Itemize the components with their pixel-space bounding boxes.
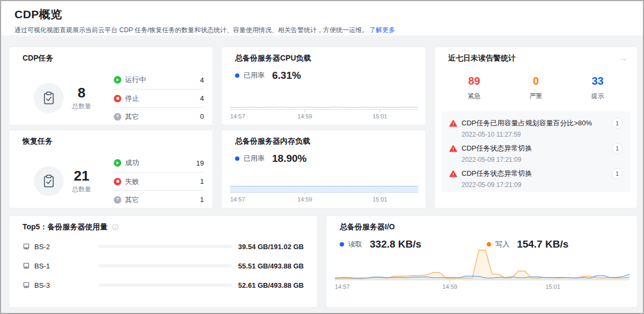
status-row-other: ? 其它 1	[114, 190, 204, 208]
svg-text:14:57: 14:57	[230, 196, 245, 203]
svg-text:14:57: 14:57	[335, 283, 350, 290]
status-row-other: ? 其它 0	[114, 107, 204, 125]
recovery-status-list: 成功 19 失败 1 ? 其它 1	[114, 154, 204, 208]
memory-card-title: 总备份服务器内存负载	[230, 137, 417, 146]
page-header: CDP概览 通过可视化视图直观展示当前云平台 CDP 任务/恢复任务的数量和状态…	[1, 1, 643, 35]
alert-item[interactable]: CDP任务状态异常切换 1 2022-05-09 17:21:09	[449, 143, 623, 163]
svg-text:14:59: 14:59	[297, 113, 312, 119]
dashboard-content: CDP任务 8 总数量 运行中 4	[1, 35, 644, 314]
learn-more-link[interactable]: 了解更多	[369, 26, 395, 34]
cdp-total-label: 总数量	[72, 102, 91, 111]
arrow-right-icon[interactable]: →	[619, 54, 628, 63]
recovery-total-value: 21	[72, 168, 91, 184]
warning-triangle-icon	[449, 170, 457, 178]
top5-card-title: Top5：备份服务器使用量	[18, 222, 107, 232]
alert-timestamp: 2022-05-09 17:21:09	[462, 156, 623, 163]
recovery-tasks-title: 恢复任务	[18, 137, 204, 146]
usage-progress-bar	[99, 283, 232, 287]
success-status-icon	[114, 159, 121, 167]
server-usage-row: BS-3 52.61 GB/493.88 GB	[18, 280, 309, 290]
memory-load-card: 总备份服务器内存负载 已用率 18.90% 14:5714:5915:01	[221, 130, 426, 208]
cpu-load-chart: 14:5714:5915:01	[230, 76, 418, 122]
cdp-tasks-body: 8 总数量 运行中 4 停止 4 ?	[18, 71, 204, 125]
other-status-icon: ?	[114, 113, 121, 121]
status-row-stopped: 停止 4	[114, 89, 204, 107]
io-chart: 14:5714:5915:01	[335, 246, 630, 292]
svg-text:14:59: 14:59	[297, 196, 312, 203]
recovery-tasks-card: 恢复任务 21 总数量 成功 19	[9, 130, 213, 208]
usage-progress-bar	[99, 245, 232, 248]
cpu-load-card: 总备份服务器CPU负载 已用率 6.31% 14:5714:5915:01	[221, 47, 426, 125]
other-status-icon: ?	[114, 196, 121, 204]
clipboard-icon	[34, 166, 64, 196]
alarm-card-title: 近七日未读告警统计	[443, 54, 516, 63]
alarm-stats-card: 近七日未读告警统计 → 89 紧急 0 严重 33 提示	[434, 47, 638, 208]
svg-text:15:01: 15:01	[545, 283, 560, 290]
write-legend-dot	[487, 242, 491, 246]
status-row-success: 成功 19	[114, 154, 204, 172]
read-legend-dot	[340, 242, 344, 246]
io-card: 总备份服务器I/O 读取 332.8 KB/s 写入 154.7 KB/s 14…	[326, 215, 638, 308]
alert-count-badge: 1	[612, 168, 623, 179]
cpu-card-title: 总备份服务器CPU负载	[230, 54, 417, 63]
alert-count-badge: 1	[612, 143, 623, 154]
server-icon	[23, 243, 30, 250]
alert-count-badge: 1	[612, 118, 623, 129]
cdp-tasks-card: CDP任务 8 总数量 运行中 4	[9, 47, 213, 125]
server-icon	[23, 281, 30, 289]
alert-item[interactable]: CDP任务状态异常切换 1 2022-05-09 17:21:09	[449, 168, 623, 189]
page-subtitle: 通过可视化视图直观展示当前云平台 CDP 任务/恢复任务的数量和状态统计、容量使…	[14, 26, 630, 35]
cdp-tasks-title: CDP任务	[18, 54, 204, 63]
alarm-stats-row: 89 紧急 0 严重 33 提示	[443, 75, 628, 101]
server-usage-row: BS-1 55.51 GB/493.88 GB	[18, 261, 309, 271]
clipboard-icon	[34, 83, 64, 113]
top5-usage-card: Top5：备份服务器使用量 BS-2 39.54 GB/191.02 GB BS…	[9, 215, 318, 308]
alert-timestamp: 2022-05-09 17:21:09	[462, 181, 623, 189]
page-subtitle-text: 通过可视化视图直观展示当前云平台 CDP 任务/恢复任务的数量和状态统计、容量使…	[14, 26, 368, 34]
io-card-title: 总备份服务器I/O	[335, 222, 628, 232]
alarm-stat-info: 33 提示	[567, 75, 628, 101]
running-status-icon	[114, 76, 121, 84]
status-row-failed: 失败 1	[114, 172, 204, 190]
dashboard-screen: CDP概览 通过可视化视图直观展示当前云平台 CDP 任务/恢复任务的数量和状态…	[0, 0, 644, 314]
failed-status-icon	[114, 178, 121, 185]
recovery-total-label: 总数量	[72, 185, 91, 194]
status-row-running: 运行中 4	[114, 71, 204, 89]
stopped-status-icon	[114, 95, 121, 102]
alert-item[interactable]: CDP任务已用容量占规划容量百分比>80% 1 2022-05-10 11:27…	[449, 118, 623, 138]
server-icon	[23, 262, 30, 270]
warning-triangle-icon	[449, 119, 457, 128]
svg-text:14:59: 14:59	[442, 283, 457, 290]
info-icon[interactable]	[112, 223, 119, 231]
alarm-stat-critical: 89 紧急	[443, 75, 505, 101]
svg-text:15:01: 15:01	[372, 113, 387, 119]
svg-text:14:57: 14:57	[230, 113, 245, 119]
svg-text:15:01: 15:01	[372, 196, 387, 203]
cdp-status-list: 运行中 4 停止 4 ? 其它 0	[114, 71, 204, 125]
server-usage-row: BS-2 39.54 GB/191.02 GB	[18, 242, 309, 251]
page-title: CDP概览	[14, 7, 630, 22]
usage-progress-bar	[99, 264, 232, 267]
alarm-stat-severe: 0 严重	[505, 75, 567, 101]
alert-timestamp: 2022-05-10 11:27:59	[462, 131, 623, 138]
memory-load-chart: 14:5714:5915:01	[230, 159, 418, 205]
alert-list-panel: CDP任务已用容量占规划容量百分比>80% 1 2022-05-10 11:27…	[442, 111, 630, 192]
warning-triangle-icon	[449, 145, 457, 153]
cdp-total-value: 8	[72, 85, 91, 101]
